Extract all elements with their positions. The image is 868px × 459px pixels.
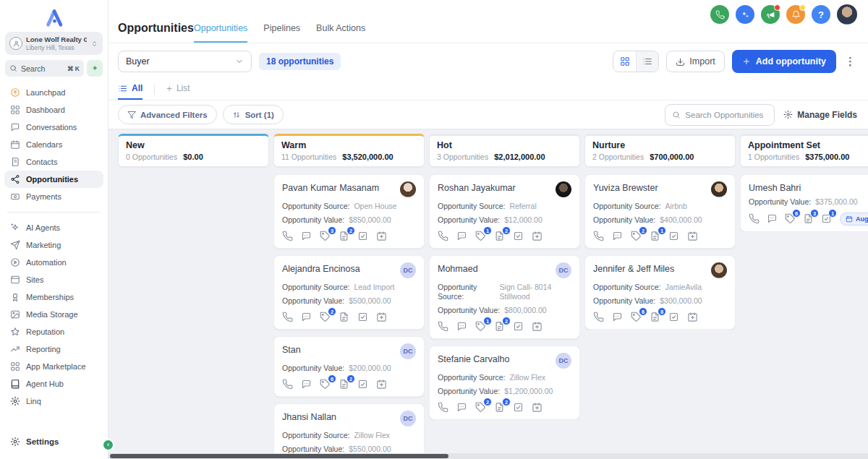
opportunity-card[interactable]: MohmaedDCOpportunity Source:Sign Call- 8… — [429, 255, 580, 339]
card-add-appointment-button[interactable] — [532, 231, 543, 242]
sidebar-item-automation[interactable]: Automation — [4, 254, 103, 271]
card-notes-button[interactable]: 2 — [494, 231, 506, 242]
card-chat-button[interactable] — [612, 231, 624, 242]
manage-fields-button[interactable]: Manage Fields — [783, 110, 857, 120]
opportunity-card[interactable]: Jennifer & Jeff MilesOpportunity Source:… — [584, 255, 736, 330]
card-tags-button[interactable]: 2 — [320, 312, 331, 323]
card-call-button[interactable] — [593, 312, 605, 323]
sidebar-item-memberships[interactable]: Memberships — [4, 288, 103, 306]
sidebar-item-agent-hub[interactable]: Agent Hub — [4, 375, 103, 392]
sidebar-item-reporting[interactable]: Reporting — [4, 340, 103, 358]
user-avatar[interactable] — [837, 4, 857, 25]
sidebar-item-media-storage[interactable]: Media Storage — [4, 306, 103, 323]
ai-sparkle-button[interactable]: ✦ — [87, 60, 103, 77]
sidebar-item-contacts[interactable]: Contacts — [4, 153, 103, 171]
opportunity-card[interactable]: Umesh BahriOpportunity Value:$375,000.00… — [740, 174, 868, 232]
card-tags-button[interactable]: 2 — [475, 402, 487, 413]
card-tags-button[interactable]: 1 — [475, 321, 487, 333]
card-call-button[interactable] — [438, 402, 449, 413]
tab-all[interactable]: All — [118, 83, 142, 100]
card-tasks-button[interactable] — [668, 312, 680, 323]
card-tags-button[interactable]: 6 — [631, 312, 642, 323]
card-call-button[interactable] — [438, 321, 449, 333]
card-chat-button[interactable] — [301, 379, 312, 390]
sidebar-item-opportunities[interactable]: Opportunities — [4, 171, 103, 188]
opportunity-card[interactable]: Alejandra EncinosaDCOpportunity Source:L… — [273, 255, 425, 330]
card-chat-button[interactable] — [612, 312, 624, 323]
card-tags-button[interactable]: 6 — [785, 213, 796, 225]
sidebar-item-dashboard[interactable]: Dashboard — [4, 101, 103, 119]
account-switcher[interactable]: Lone Wolf Realty Gr.. Liberty Hill, Texa… — [5, 32, 103, 55]
call-button[interactable] — [710, 5, 729, 24]
card-call-button[interactable] — [282, 231, 294, 242]
card-notes-button[interactable]: 2 — [339, 231, 350, 242]
card-chat-button[interactable] — [456, 231, 468, 242]
opportunity-card[interactable]: Roshan JayakumarOpportunity Source:Refer… — [429, 174, 580, 249]
opportunity-card[interactable]: Stefanie CarvalhoDCOpportunity Source:Zi… — [429, 346, 580, 420]
card-tasks-button[interactable] — [513, 231, 524, 242]
card-add-appointment-button[interactable] — [376, 379, 388, 390]
card-notes-button[interactable]: 2 — [339, 379, 350, 390]
sidebar-item-launchpad[interactable]: Launchpad — [4, 84, 103, 101]
card-notes-button[interactable] — [339, 312, 350, 323]
card-notes-button[interactable]: 3 — [803, 213, 814, 225]
card-chat-button[interactable] — [301, 231, 312, 242]
card-notes-button[interactable]: 2 — [494, 402, 506, 413]
card-tags-button[interactable]: 3 — [320, 231, 331, 242]
tab-pipelines[interactable]: Pipelines — [263, 23, 300, 43]
card-add-appointment-button[interactable] — [532, 402, 543, 413]
sidebar-item-settings[interactable]: Settings — [4, 433, 101, 450]
card-tags-button[interactable]: 1 — [475, 231, 487, 242]
sidebar-item-conversations[interactable]: Conversations — [4, 119, 103, 136]
card-add-appointment-button[interactable] — [532, 321, 543, 333]
sidebar-item-sites[interactable]: Sites — [4, 271, 103, 288]
sidebar-item-calendars[interactable]: Calendars — [4, 136, 103, 153]
card-call-button[interactable] — [282, 379, 294, 390]
opportunity-card[interactable]: StanDCOpportunity Value:$200,000.0062 — [273, 336, 425, 397]
card-notes-button[interactable]: 8 — [650, 312, 661, 323]
copilot-button[interactable] — [736, 5, 754, 24]
sidebar-item-linq[interactable]: Linq — [4, 392, 103, 410]
horizontal-scrollbar-track[interactable] — [109, 453, 868, 459]
card-tasks-button[interactable]: 1 — [821, 213, 832, 225]
opportunity-card[interactable]: Jhansi NallanDCOpportunity Source:Zillow… — [273, 403, 425, 459]
list-view-button[interactable] — [636, 51, 658, 72]
opportunity-card[interactable]: Yuviza BrewsterOpportunity Source:Airbnb… — [584, 174, 736, 249]
card-tasks-button[interactable] — [513, 321, 524, 333]
card-tags-button[interactable]: 2 — [631, 231, 642, 242]
search-opportunities-input[interactable] — [685, 111, 767, 119]
card-call-button[interactable] — [593, 231, 605, 242]
horizontal-scrollbar-thumb[interactable] — [110, 454, 448, 458]
import-button[interactable]: Import — [666, 51, 724, 72]
card-call-button[interactable] — [282, 312, 294, 323]
more-options-button[interactable]: ⋮ — [843, 55, 857, 68]
card-tasks-button[interactable] — [668, 231, 680, 242]
sidebar-item-app-marketplace[interactable]: App Marketplace — [4, 358, 103, 375]
card-chat-button[interactable] — [456, 321, 468, 333]
card-tasks-button[interactable] — [357, 379, 369, 390]
card-tasks-button[interactable] — [357, 231, 369, 242]
card-tasks-button[interactable] — [357, 312, 369, 323]
sidebar-item-payments[interactable]: Payments — [4, 188, 103, 205]
tab-opportunities[interactable]: Opportunities — [194, 23, 247, 43]
card-call-button[interactable] — [749, 213, 760, 225]
sidebar-item-reputation[interactable]: Reputation — [4, 323, 103, 340]
add-list-button[interactable]: + List — [166, 83, 190, 100]
sidebar-item-ai-agents[interactable]: AI Agents — [4, 219, 103, 236]
card-add-appointment-button[interactable] — [687, 231, 699, 242]
sort-button[interactable]: Sort (1) — [223, 105, 284, 124]
advanced-filters-button[interactable]: Advanced Filters — [118, 105, 217, 124]
pipeline-select[interactable]: Buyer — [118, 51, 252, 72]
help-button[interactable]: ? — [812, 5, 830, 24]
tab-bulk-actions[interactable]: Bulk Actions — [316, 23, 365, 43]
card-add-appointment-button[interactable] — [687, 312, 699, 323]
sidebar-item-marketing[interactable]: Marketing — [4, 236, 103, 254]
card-chat-button[interactable] — [767, 213, 778, 225]
card-tasks-button[interactable] — [513, 402, 524, 413]
card-add-appointment-button[interactable] — [376, 231, 388, 242]
card-notes-button[interactable]: 1 — [650, 231, 661, 242]
notifications-button[interactable] — [786, 5, 805, 24]
sidebar-search-input[interactable]: Search ⌘ K — [5, 60, 84, 77]
card-call-button[interactable] — [438, 231, 449, 242]
card-tags-button[interactable]: 6 — [320, 379, 331, 390]
